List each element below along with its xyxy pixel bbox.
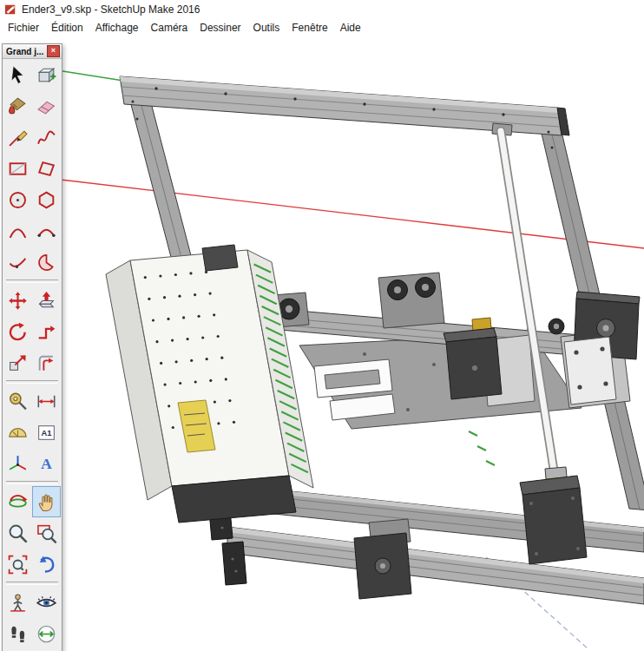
z-motor[interactable] <box>520 476 587 564</box>
tool-paint-bucket-icon <box>7 95 29 117</box>
menu-item-camera[interactable]: Caméra <box>145 20 194 36</box>
tool-rectangle-icon <box>7 158 29 180</box>
menu-item-fichier[interactable]: Fichier <box>2 20 45 36</box>
tool-circle-button[interactable] <box>3 184 32 215</box>
window-title: Ender3_v9.skp - SketchUp Make 2016 <box>22 3 200 16</box>
tool-arc-icon <box>7 220 29 242</box>
tool-tape-measure-icon <box>7 391 29 412</box>
tool-move-icon <box>7 290 29 312</box>
tool-walk-icon <box>7 623 29 645</box>
tool-line-button[interactable] <box>3 122 32 153</box>
palette-separator <box>6 582 58 585</box>
tool-tape-measure-button[interactable] <box>3 385 32 417</box>
tool-follow-me-icon <box>36 321 57 343</box>
palette-separator <box>6 380 58 384</box>
menu-item-aide[interactable]: Aide <box>334 20 367 36</box>
tool-dimension-icon <box>36 391 57 412</box>
tool-protractor-icon <box>7 422 29 444</box>
svg-text:A: A <box>41 455 52 472</box>
palette-close-button[interactable]: × <box>47 45 60 57</box>
tool-eraser-icon <box>36 95 57 117</box>
tool-line-icon <box>7 127 29 148</box>
tool-scale-icon <box>7 352 29 374</box>
tool-scale-button[interactable] <box>3 347 32 378</box>
menu-item-dessiner[interactable]: Dessiner <box>194 20 246 36</box>
tool-offset-button[interactable] <box>32 347 61 378</box>
title-bar: Ender3_v9.skp - SketchUp Make 2016 <box>0 0 644 19</box>
menu-item-affichage[interactable]: Affichage <box>89 20 145 36</box>
model-canvas <box>0 36 644 651</box>
svg-text:A1: A1 <box>42 429 52 437</box>
tool-eraser-button[interactable] <box>32 90 61 122</box>
tool-circle-icon <box>7 189 29 211</box>
tool-three-point-arc-icon <box>7 252 29 273</box>
tool-rotated-rectangle-icon <box>36 158 57 180</box>
tool-previous-icon <box>36 554 57 575</box>
power-supply[interactable] <box>106 245 313 523</box>
tool-palette: Grand j... × A1A <box>2 43 62 651</box>
tool-text-icon: A1 <box>36 422 57 444</box>
tool-axes-icon <box>7 453 29 475</box>
app-icon <box>4 3 16 16</box>
palette-separator <box>6 279 58 283</box>
tool-axes-button[interactable] <box>3 448 32 479</box>
menu-item-outils[interactable]: Outils <box>247 20 286 36</box>
palette-separator <box>6 481 58 484</box>
tool-push-pull-icon <box>36 290 57 312</box>
tool-zoom-window-button[interactable] <box>32 517 61 549</box>
tool-rectangle-button[interactable] <box>3 153 32 184</box>
tool-position-camera-button[interactable] <box>3 587 32 618</box>
tool-dimension-button[interactable] <box>32 385 61 417</box>
tool-section-plane-button[interactable] <box>32 618 61 649</box>
tool-freehand-button[interactable] <box>32 122 61 153</box>
tool-paint-bucket-button[interactable] <box>3 90 32 122</box>
tool-pie-button[interactable] <box>32 247 61 278</box>
tool-rotate-button[interactable] <box>3 316 32 347</box>
tool-polygon-icon <box>36 189 57 211</box>
palette-header[interactable]: Grand j... × <box>3 44 62 59</box>
tool-look-around-icon <box>36 592 57 614</box>
tool-select-button[interactable] <box>3 59 32 90</box>
tool-three-point-arc-button[interactable] <box>3 247 32 278</box>
tool-move-button[interactable] <box>3 285 32 316</box>
x-motor-assembly[interactable] <box>561 292 640 408</box>
tool-push-pull-button[interactable] <box>32 285 61 316</box>
tool-arc-button[interactable] <box>3 215 32 247</box>
tool-text-button[interactable]: A1 <box>32 417 61 448</box>
tool-rotate-icon <box>7 321 29 343</box>
tool-zoom-button[interactable] <box>3 517 32 549</box>
tool-two-point-arc-icon <box>36 220 57 242</box>
tool-position-camera-icon <box>7 592 29 614</box>
tool-select-icon <box>7 64 29 86</box>
tool-zoom-extents-button[interactable] <box>3 549 32 580</box>
tool-previous-button[interactable] <box>32 549 61 580</box>
y-motor[interactable] <box>354 519 411 599</box>
tool-make-component-button[interactable] <box>32 59 61 90</box>
tool-section-plane-icon <box>36 623 57 645</box>
tool-follow-me-button[interactable] <box>32 316 61 347</box>
menu-bar: FichierÉditionAffichageCaméraDessinerOut… <box>0 19 644 37</box>
tool-make-component-icon <box>36 64 57 86</box>
tool-orbit-button[interactable] <box>3 486 32 517</box>
tool-pan-icon <box>36 491 57 513</box>
tool-pan-button[interactable] <box>32 486 61 517</box>
tool-pie-icon <box>36 252 57 273</box>
tool-3d-text-button[interactable]: A <box>32 448 61 479</box>
tool-look-around-button[interactable] <box>32 587 61 618</box>
tool-polygon-button[interactable] <box>32 184 61 215</box>
tool-walk-button[interactable] <box>3 618 32 649</box>
tool-protractor-button[interactable] <box>3 417 32 448</box>
menu-item-edition[interactable]: Édition <box>45 20 89 36</box>
tool-orbit-icon <box>7 491 29 513</box>
tool-two-point-arc-button[interactable] <box>32 215 61 247</box>
tool-3d-text-icon: A <box>36 453 57 475</box>
tool-freehand-icon <box>36 127 57 148</box>
tool-rotated-rectangle-button[interactable] <box>32 153 61 184</box>
tool-zoom-icon <box>7 523 29 544</box>
tool-offset-icon <box>36 352 57 374</box>
tool-zoom-window-icon <box>36 523 57 544</box>
menu-item-fenetre[interactable]: Fenêtre <box>286 20 333 36</box>
viewport-3d[interactable] <box>0 36 644 651</box>
palette-title: Grand j... <box>6 47 47 56</box>
tool-palette-body: A1A <box>3 59 62 649</box>
